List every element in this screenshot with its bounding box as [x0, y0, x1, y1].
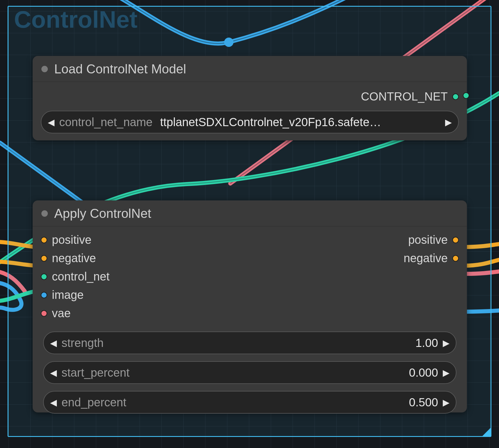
- param-label: strength: [62, 336, 104, 350]
- chevron-right-icon[interactable]: ▶: [445, 117, 452, 127]
- input-label-image: image: [52, 288, 84, 301]
- output-label-negative: negative: [404, 252, 448, 265]
- chevron-right-icon[interactable]: ▶: [443, 368, 449, 378]
- node-collapse-dot[interactable]: [41, 66, 48, 72]
- param-strength[interactable]: ◀ strength 1.00 ▶: [43, 331, 456, 354]
- param-control-net-name[interactable]: ◀ control_net_name ttplanetSDXLControlne…: [41, 111, 459, 133]
- param-label: control_net_name: [59, 116, 152, 129]
- input-label-controlnet: control_net: [52, 270, 110, 283]
- param-value: 0.000: [134, 366, 438, 379]
- chevron-right-icon[interactable]: ▶: [443, 397, 449, 408]
- output-port-positive[interactable]: [452, 237, 459, 243]
- param-label: end_percent: [62, 396, 126, 409]
- chevron-left-icon[interactable]: ◀: [48, 117, 55, 127]
- output-port-negative[interactable]: [452, 255, 459, 262]
- group-title: ControlNet: [14, 6, 138, 33]
- output-port-controlnet-ext[interactable]: [463, 92, 469, 99]
- output-port-controlnet[interactable]: [452, 94, 459, 100]
- param-end-percent[interactable]: ◀ end_percent 0.500 ▶: [43, 391, 456, 414]
- input-label-positive: positive: [52, 233, 92, 246]
- input-label-vae: vae: [52, 307, 71, 320]
- param-label: start_percent: [62, 366, 129, 379]
- node-apply-controlnet[interactable]: Apply ControlNet positive negative contr…: [33, 200, 467, 412]
- input-label-negative: negative: [52, 252, 96, 265]
- chevron-left-icon[interactable]: ◀: [50, 368, 57, 378]
- node-header[interactable]: Load ControlNet Model: [33, 56, 467, 82]
- node-header[interactable]: Apply ControlNet: [33, 200, 467, 226]
- group-resize-handle[interactable]: [482, 428, 491, 436]
- param-value: 0.500: [131, 396, 438, 409]
- node-collapse-dot[interactable]: [41, 210, 48, 217]
- chevron-right-icon[interactable]: ▶: [443, 338, 449, 348]
- node-title: Load ControlNet Model: [54, 62, 186, 76]
- output-label-positive: positive: [408, 233, 448, 246]
- input-port-controlnet[interactable]: [41, 274, 47, 280]
- node-title: Apply ControlNet: [54, 206, 151, 221]
- param-start-percent[interactable]: ◀ start_percent 0.000 ▶: [43, 361, 456, 384]
- node-load-controlnet[interactable]: Load ControlNet Model CONTROL_NET ◀ cont…: [33, 56, 467, 140]
- input-port-negative[interactable]: [41, 255, 47, 262]
- param-value: 1.00: [108, 336, 438, 350]
- chevron-left-icon[interactable]: ◀: [50, 397, 57, 408]
- output-label-controlnet: CONTROL_NET: [361, 90, 448, 103]
- input-port-image[interactable]: [41, 292, 47, 298]
- input-port-positive[interactable]: [41, 237, 47, 243]
- input-port-vae[interactable]: [41, 310, 47, 317]
- param-value: ttplanetSDXLControlnet_v20Fp16.safete…: [160, 116, 440, 129]
- chevron-left-icon[interactable]: ◀: [50, 338, 57, 348]
